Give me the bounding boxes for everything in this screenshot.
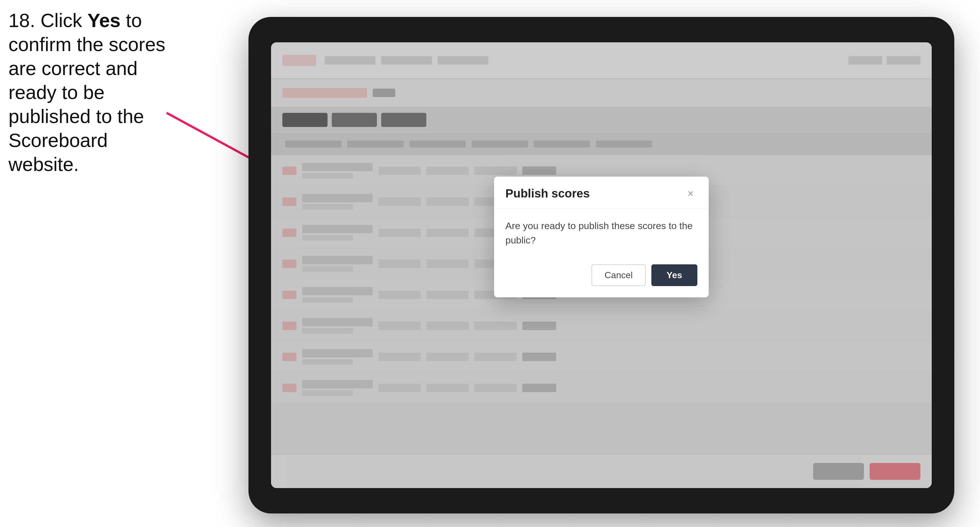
- dialog-body-text: Are you ready to publish these scores to…: [494, 208, 709, 257]
- publish-scores-dialog: Publish scores × Are you ready to publis…: [494, 176, 709, 297]
- dialog-footer: Cancel Yes: [494, 257, 709, 297]
- instruction-after: to confirm the scores are correct and re…: [8, 10, 165, 175]
- dialog-title: Publish scores: [505, 187, 590, 200]
- yes-button[interactable]: Yes: [651, 264, 697, 286]
- tablet-frame: Publish scores × Are you ready to publis…: [248, 17, 954, 513]
- tablet-screen: Publish scores × Are you ready to publis…: [271, 42, 932, 488]
- dialog-header: Publish scores ×: [494, 176, 709, 208]
- modal-overlay: Publish scores × Are you ready to publis…: [271, 42, 932, 488]
- dialog-close-button[interactable]: ×: [684, 187, 697, 200]
- instruction-before: Click: [35, 10, 88, 31]
- instruction-bold: Yes: [88, 10, 121, 31]
- instruction-text: 18. Click Yes to confirm the scores are …: [8, 8, 167, 176]
- cancel-button[interactable]: Cancel: [592, 264, 646, 286]
- instruction-number: 18.: [8, 10, 35, 31]
